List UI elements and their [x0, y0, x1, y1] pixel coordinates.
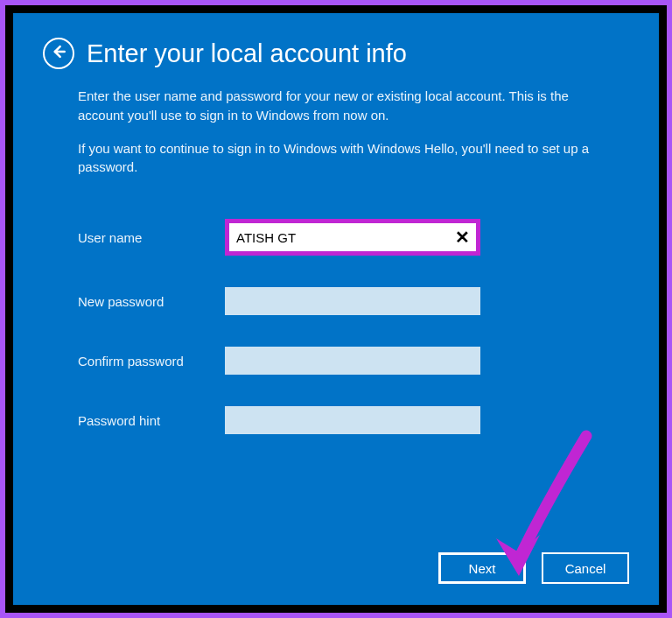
- next-button[interactable]: Next: [438, 552, 526, 584]
- close-icon: ✕: [455, 228, 470, 247]
- description-text-2: If you want to continue to sign in to Wi…: [78, 139, 617, 178]
- clear-input-button[interactable]: ✕: [455, 228, 470, 246]
- page-title: Enter your local account info: [87, 39, 407, 68]
- password-hint-input[interactable]: [225, 406, 480, 434]
- password-hint-label: Password hint: [78, 413, 225, 428]
- confirm-password-input[interactable]: [225, 347, 480, 375]
- back-button[interactable]: [43, 38, 74, 69]
- description-text-1: Enter the user name and password for you…: [78, 87, 617, 125]
- new-password-label: New password: [78, 294, 225, 309]
- new-password-input[interactable]: [225, 287, 480, 315]
- username-input[interactable]: [229, 223, 476, 251]
- back-arrow-icon: [50, 43, 67, 64]
- username-input-wrap: ✕: [225, 219, 480, 256]
- local-account-dialog: Enter your local account info Enter the …: [13, 13, 659, 605]
- cancel-button[interactable]: Cancel: [542, 552, 629, 584]
- confirm-password-label: Confirm password: [78, 354, 225, 369]
- username-label: User name: [78, 230, 225, 245]
